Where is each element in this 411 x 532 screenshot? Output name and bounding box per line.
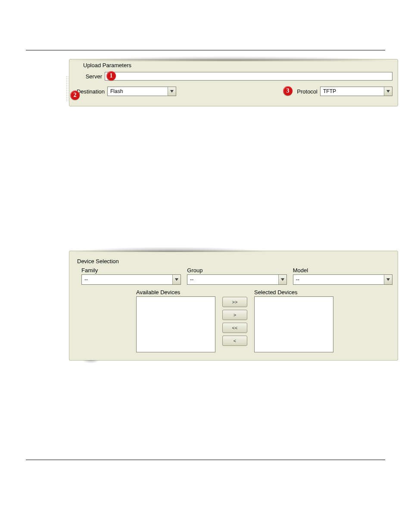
group-combobox[interactable]: --	[187, 274, 286, 285]
chevron-down-icon	[172, 275, 181, 284]
family-combobox[interactable]: --	[81, 274, 181, 285]
chevron-down-icon	[168, 87, 176, 96]
family-value: --	[82, 277, 172, 283]
model-combobox[interactable]: --	[293, 274, 392, 285]
model-label: Model	[293, 267, 392, 274]
device-selection-title: Device Selection	[77, 258, 392, 264]
chevron-down-icon	[384, 87, 392, 96]
group-label: Group	[187, 267, 286, 274]
chevron-down-icon	[384, 275, 392, 284]
add-all-button[interactable]: >>	[222, 297, 247, 307]
chevron-down-icon	[278, 275, 286, 284]
remove-all-button[interactable]: <<	[222, 323, 247, 333]
server-label: Server	[83, 73, 105, 80]
remove-one-button[interactable]: <	[222, 336, 247, 346]
model-value: --	[293, 277, 384, 283]
device-selection-panel: Device Selection Family -- Group --	[69, 251, 398, 361]
protocol-label: Protocol	[293, 88, 320, 95]
selected-devices-listbox[interactable]	[254, 296, 333, 352]
selected-devices-label: Selected Devices	[254, 289, 333, 296]
callout-1: 1	[106, 71, 116, 81]
top-divider	[26, 50, 385, 50]
family-label: Family	[81, 267, 181, 274]
available-devices-listbox[interactable]	[136, 296, 215, 352]
add-one-button[interactable]: >	[222, 310, 247, 320]
protocol-combobox[interactable]: TFTP	[320, 87, 392, 96]
destination-combobox[interactable]: Flash	[107, 87, 176, 96]
callout-2: 2	[70, 90, 80, 100]
upload-parameters-panel: Upload Parameters Server 1 2 Destination…	[69, 59, 398, 106]
available-devices-label: Available Devices	[136, 289, 215, 296]
destination-value: Flash	[108, 88, 168, 94]
callout-3: 3	[283, 86, 293, 96]
server-input[interactable]	[105, 72, 392, 81]
upload-parameters-title: Upload Parameters	[83, 62, 392, 68]
group-value: --	[187, 277, 278, 283]
protocol-value: TFTP	[321, 88, 384, 94]
